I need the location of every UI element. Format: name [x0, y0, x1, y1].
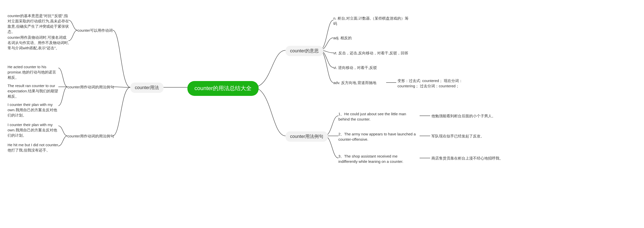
branch-usage[interactable]: counter用法: [130, 83, 164, 93]
leaf-sent-2-1: I counter their plan with my own.我用自己的方案…: [8, 122, 59, 138]
leaf-r-sent-1-t: 他勉强能看到柜台后面的小个子男人。: [431, 113, 496, 119]
leaf-r-sent-3-t: 商店售货员靠在柜台上漫不经心地招呼我。: [431, 156, 503, 161]
leaf-sent-1-1: He acted counter to his promise.他的行动与他的诺…: [8, 64, 59, 80]
leaf-sent-1-2: The result ran counter to our expectatio…: [8, 83, 59, 99]
leaf-mean-5: adv. 反方向地,背道而驰地: [333, 80, 376, 85]
sub-verb-usage: counter可以用作动词: [77, 28, 113, 33]
leaf-mean-5-extra: 变形：过去式: countered； 现在分词：countering； 过去分词…: [397, 78, 470, 89]
leaf-r-sent-1: 1、He could just about see the little man…: [338, 111, 416, 122]
leaf-r-sent-2: 2、The army now appears to have launched …: [338, 131, 416, 142]
branch-sentences[interactable]: counter用法例句: [286, 131, 328, 142]
leaf-mean-4: vi. 逆向移动，对着干,反驳: [333, 65, 377, 70]
sub-sentence-group-2: counter用作动词的用法例句: [67, 133, 114, 139]
leaf-verb-desc-1: counter的基本意思是"对抗""反驳",指对立面采取的行动或行为,虽未必存在…: [8, 13, 69, 34]
leaf-verb-desc-2: counter用作及物动词时,可接名词或名词从句作宾语。用作不及物动词时,常与介…: [8, 35, 69, 51]
leaf-mean-2: adj. 相反的: [333, 35, 352, 41]
branch-meaning[interactable]: counter的意思: [286, 46, 323, 56]
leaf-r-sent-2-t: 军队现在似乎已经发起了反攻。: [431, 133, 484, 139]
root-node[interactable]: counter的用法总结大全: [187, 81, 259, 96]
sub-sentence-group-1: counter用作动词的用法例句: [67, 84, 114, 90]
leaf-r-sent-3: 3、The shop assistant received me indiffe…: [338, 154, 416, 164]
leaf-sent-1-3: I counter their plan with my own.我用自己的方案…: [8, 102, 59, 118]
leaf-mean-1: n. 柜台,对立面,计数器,（某些棋盘游戏的）筹码: [333, 16, 411, 26]
leaf-mean-3: vt. 反击，还击,反向移动，对着干,反驳，回答: [333, 50, 408, 56]
mindmap-connectors: [0, 0, 644, 228]
leaf-sent-2-2: He hit me but I did not counter.他打了我,但我没…: [8, 142, 59, 153]
